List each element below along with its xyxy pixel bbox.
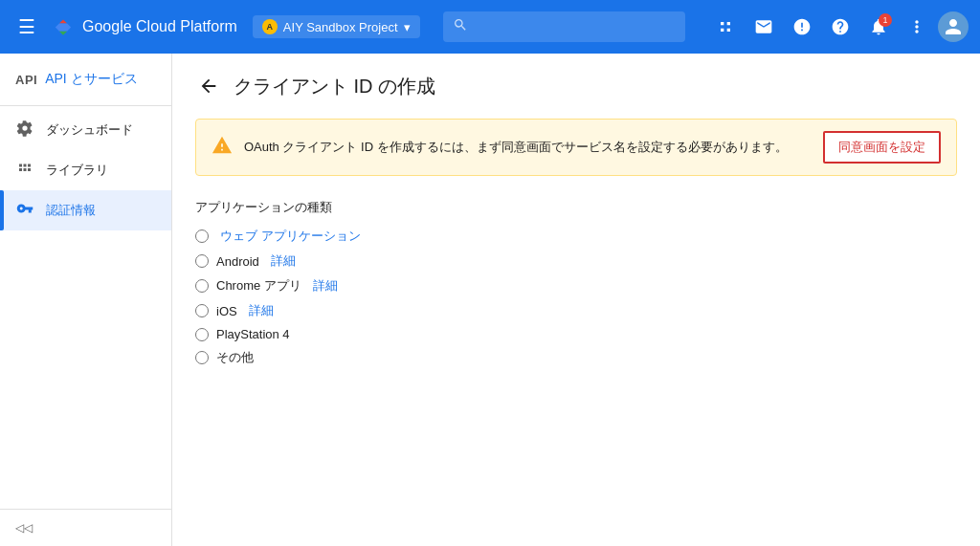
library-label: ライブラリ xyxy=(46,162,108,179)
radio-chrome-input[interactable] xyxy=(195,279,209,293)
radio-chrome[interactable]: Chrome アプリ 詳細 xyxy=(195,277,957,295)
notification-badge: 1 xyxy=(879,13,892,27)
apps-icon[interactable] xyxy=(708,10,743,44)
sidebar-api-label: API xyxy=(15,73,37,87)
radio-other[interactable]: その他 xyxy=(195,349,957,366)
app-type-section: アプリケーションの種類 ウェブ アプリケーション Android 詳細 Chro… xyxy=(195,199,957,366)
chevron-down-icon: ▾ xyxy=(404,20,411,34)
warning-text: OAuth クライアント ID を作成するには、まず同意画面でサービス名を設定す… xyxy=(244,139,812,156)
sidebar: API API とサービス ダッシュボード ライブラリ xyxy=(0,54,172,546)
radio-ios-input[interactable] xyxy=(195,304,209,317)
help-icon[interactable] xyxy=(823,10,858,44)
dashboard-label: ダッシュボード xyxy=(46,121,133,139)
consent-screen-button[interactable]: 同意画面を設定 xyxy=(823,131,941,164)
chrome-detail-link[interactable]: 詳細 xyxy=(313,277,338,295)
topbar-logo: Google Cloud Platform xyxy=(50,13,237,40)
sidebar-collapse-button[interactable]: ◁◁ xyxy=(0,509,171,546)
grid-icon xyxy=(15,160,34,181)
sidebar-service-label: API とサービス xyxy=(45,71,137,88)
topbar: ☰ Google Cloud Platform A AIY Sandbox Pr… xyxy=(0,0,980,54)
radio-android-input[interactable] xyxy=(195,254,209,268)
radio-playstation-input[interactable] xyxy=(195,328,209,341)
search-container xyxy=(443,11,685,42)
search-icon xyxy=(453,17,468,36)
sidebar-item-library[interactable]: ライブラリ xyxy=(0,150,171,190)
content-area: クライアント ID の作成 OAuth クライアント ID を作成するには、まず… xyxy=(172,54,980,546)
playstation-label: PlayStation 4 xyxy=(216,327,290,341)
ios-detail-link[interactable]: 詳細 xyxy=(249,302,274,319)
project-label: AIY Sandbox Project xyxy=(283,20,398,34)
radio-other-input[interactable] xyxy=(195,351,209,364)
radio-android[interactable]: Android 詳細 xyxy=(195,252,957,270)
menu-icon[interactable]: ☰ xyxy=(11,15,42,38)
page-title: クライアント ID の作成 xyxy=(234,74,435,99)
android-detail-link[interactable]: 詳細 xyxy=(271,252,296,270)
ios-label: iOS xyxy=(216,304,237,318)
credentials-label: 認証情報 xyxy=(46,202,96,219)
alert-icon[interactable] xyxy=(785,10,819,44)
warning-icon xyxy=(212,135,233,161)
web-app-link[interactable]: ウェブ アプリケーション xyxy=(220,228,361,245)
collapse-icon: ◁◁ xyxy=(15,521,33,535)
sidebar-header: API API とサービス xyxy=(0,61,171,101)
logo-text: Google Cloud Platform xyxy=(82,18,237,35)
chrome-label: Chrome アプリ xyxy=(216,277,301,295)
radio-playstation[interactable]: PlayStation 4 xyxy=(195,327,957,341)
gear-icon xyxy=(15,120,34,141)
app-type-label: アプリケーションの種類 xyxy=(195,199,957,216)
sidebar-divider xyxy=(0,105,171,106)
notification-icon[interactable]: 1 xyxy=(861,10,896,44)
main-layout: API API とサービス ダッシュボード ライブラリ xyxy=(0,54,980,546)
sidebar-item-credentials[interactable]: 認証情報 xyxy=(0,190,171,230)
radio-ios[interactable]: iOS 詳細 xyxy=(195,302,957,319)
android-label: Android xyxy=(216,254,259,269)
radio-group: ウェブ アプリケーション Android 詳細 Chrome アプリ 詳細 iO… xyxy=(195,228,957,366)
key-icon xyxy=(15,200,34,221)
project-selector[interactable]: A AIY Sandbox Project ▾ xyxy=(253,15,420,38)
topbar-actions: 1 xyxy=(708,10,969,44)
radio-web-app[interactable]: ウェブ アプリケーション xyxy=(195,228,957,245)
radio-web-input[interactable] xyxy=(195,229,209,243)
search-input[interactable] xyxy=(443,11,685,42)
other-label: その他 xyxy=(216,349,254,366)
back-button[interactable] xyxy=(195,73,222,99)
avatar[interactable] xyxy=(938,11,969,42)
warning-banner: OAuth クライアント ID を作成するには、まず同意画面でサービス名を設定す… xyxy=(195,119,957,176)
page-header: クライアント ID の作成 xyxy=(195,73,957,99)
sidebar-item-dashboard[interactable]: ダッシュボード xyxy=(0,110,171,150)
more-icon[interactable] xyxy=(900,10,934,44)
email-icon[interactable] xyxy=(746,10,781,44)
project-icon: A xyxy=(262,19,278,34)
